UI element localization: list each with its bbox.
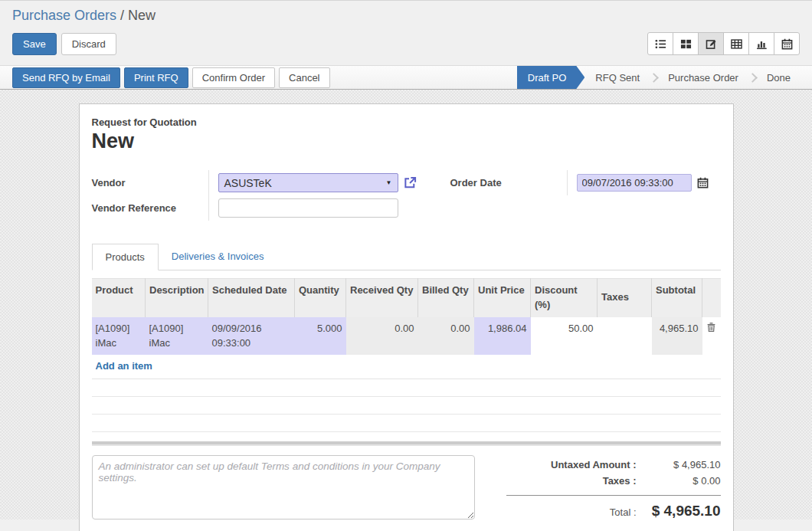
terms-and-conditions-textarea[interactable]	[92, 455, 475, 520]
cell-received-qty: 0.00	[346, 317, 418, 356]
breadcrumb-purchase-orders-link[interactable]: Purchase Orders	[12, 8, 116, 23]
cell-description[interactable]: [A1090] iMac	[146, 317, 208, 356]
cell-billed-qty: 0.00	[418, 317, 474, 356]
add-an-item-link[interactable]: Add an item	[96, 360, 152, 372]
vendor-reference-input[interactable]	[218, 198, 398, 218]
kanban-view-button[interactable]	[673, 32, 699, 55]
form-view-button[interactable]	[698, 32, 724, 55]
pivot-view-button[interactable]	[723, 32, 749, 55]
vendor-reference-row: Vendor Reference	[92, 195, 417, 221]
vendor-field: ASUSTeK ▼	[208, 170, 417, 195]
totals-divider	[506, 495, 721, 496]
order-date-field	[567, 170, 721, 195]
form-sheet: Request for Quotation New Vendor ASUSTeK…	[79, 103, 734, 531]
status-step-draft-po[interactable]: Draft PO	[517, 66, 585, 89]
col-header-scheduled-date: Scheduled Date	[208, 279, 295, 317]
add-item-row: Add an item	[92, 355, 721, 379]
kanban-view-icon	[680, 38, 692, 50]
order-line-row: [A1090] iMac [A1090] iMac 09/09/2016 09:…	[92, 317, 721, 356]
vendor-reference-field	[208, 195, 417, 221]
vendor-select-value: ASUSTeK	[224, 177, 386, 189]
empty-row	[92, 397, 721, 415]
field-groups: Vendor ASUSTeK ▼ Vendor Reference	[92, 170, 721, 221]
vendor-reference-label: Vendor Reference	[92, 195, 208, 221]
cell-delete	[702, 317, 721, 356]
vendor-row: Vendor ASUSTeK ▼	[92, 170, 417, 195]
vendor-select[interactable]: ASUSTeK ▼	[218, 173, 398, 192]
untaxed-amount-label: Untaxed Amount :	[506, 457, 647, 473]
totals-block: Untaxed Amount : $ 4,965.10 Taxes : $ 0.…	[506, 455, 721, 520]
col-header-subtotal: Subtotal	[652, 279, 702, 317]
untaxed-amount-value: $ 4,965.10	[647, 457, 721, 473]
calendar-view-button[interactable]	[774, 32, 800, 55]
left-field-group: Vendor ASUSTeK ▼ Vendor Reference	[92, 170, 417, 221]
total-row: Total : $ 4,965.10	[506, 503, 721, 520]
calendar-icon	[781, 38, 793, 50]
breadcrumb-current: New	[128, 8, 156, 23]
col-header-quantity: Quantity	[295, 279, 346, 317]
col-header-product: Product	[92, 279, 146, 317]
button-row: Save Discard	[0, 25, 812, 65]
confirm-order-button[interactable]: Confirm Order	[192, 67, 275, 88]
tab-products[interactable]: Products	[92, 244, 159, 270]
tab-deliveries-invoices[interactable]: Deliveries & Invoices	[159, 244, 277, 270]
statusbar: Send RFQ by Email Print RFQ Confirm Orde…	[0, 65, 812, 90]
send-rfq-by-email-button[interactable]: Send RFQ by Email	[12, 67, 120, 88]
col-header-received-qty: Received Qty	[346, 279, 418, 317]
cancel-button[interactable]: Cancel	[279, 67, 329, 88]
cell-quantity[interactable]: 5.000	[295, 317, 346, 356]
order-date-label: Order Date	[450, 170, 567, 195]
col-header-description: Description	[146, 279, 208, 317]
page-title: New	[92, 129, 721, 153]
cell-product[interactable]: [A1090] iMac	[92, 317, 146, 356]
discard-button[interactable]: Discard	[61, 33, 116, 55]
print-rfq-button[interactable]: Print RFQ	[124, 67, 188, 88]
taxes-row: Taxes : $ 0.00	[506, 473, 721, 489]
external-link-button[interactable]	[404, 176, 417, 189]
breadcrumb-separator: /	[120, 8, 124, 23]
delete-row-trash-icon[interactable]	[706, 322, 717, 333]
form-edit-icon	[706, 38, 717, 50]
order-date-input[interactable]	[577, 174, 692, 192]
empty-row	[92, 379, 721, 397]
col-header-discount: Discount (%)	[531, 279, 598, 317]
dropdown-arrow-icon: ▼	[386, 179, 392, 186]
col-header-taxes: Taxes	[598, 279, 652, 317]
status-pipeline: Draft PO RFQ Sent Purchase Order Done	[517, 66, 812, 89]
statusbar-buttons: Send RFQ by Email Print RFQ Confirm Orde…	[12, 67, 334, 88]
horizontal-scrollbar[interactable]	[92, 441, 721, 446]
col-header-billed-qty: Billed Qty	[418, 279, 474, 317]
datepicker-calendar-icon[interactable]	[697, 177, 709, 188]
pivot-table-icon	[731, 38, 742, 50]
order-lines-table: Product Description Scheduled Date Quant…	[92, 278, 721, 432]
cell-discount[interactable]: 50.00	[531, 317, 598, 356]
table-header-row: Product Description Scheduled Date Quant…	[92, 279, 721, 317]
cell-scheduled-date[interactable]: 09/09/2016 09:33:00	[208, 317, 295, 356]
list-view-icon	[655, 38, 666, 50]
status-step-purchase-order[interactable]: Purchase Order	[657, 66, 749, 89]
empty-row	[92, 415, 721, 432]
bar-chart-icon	[756, 38, 768, 50]
footer-section: Untaxed Amount : $ 4,965.10 Taxes : $ 0.…	[92, 455, 721, 520]
cell-taxes[interactable]	[598, 317, 652, 356]
total-value: $ 4,965.10	[647, 503, 721, 519]
cell-subtotal: 4,965.10	[652, 317, 702, 356]
total-label: Total :	[506, 504, 647, 520]
breadcrumb: Purchase Orders / New	[0, 1, 812, 25]
status-step-rfq-sent[interactable]: RFQ Sent	[584, 66, 650, 89]
graph-view-button[interactable]	[748, 32, 774, 55]
view-switcher	[647, 32, 800, 55]
cell-unit-price[interactable]: 1,986.04	[474, 317, 531, 356]
untaxed-amount-row: Untaxed Amount : $ 4,965.10	[506, 457, 721, 473]
document-type-label: Request for Quotation	[92, 116, 721, 128]
vendor-label: Vendor	[92, 170, 208, 195]
notebook-tabs: Products Deliveries & Invoices	[92, 244, 721, 270]
col-header-actions	[702, 279, 721, 317]
save-button[interactable]: Save	[12, 33, 57, 55]
form-background: Request for Quotation New Vendor ASUSTeK…	[0, 90, 812, 520]
taxes-value: $ 0.00	[647, 473, 721, 489]
col-header-unit-price: Unit Price	[474, 279, 531, 317]
status-step-done[interactable]: Done	[756, 66, 801, 89]
list-view-button[interactable]	[647, 32, 673, 55]
right-field-group: Order Date	[450, 170, 721, 221]
